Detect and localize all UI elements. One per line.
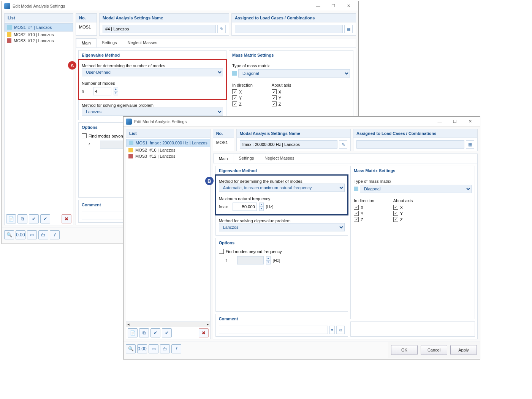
mass-type-select[interactable]: Diagonal: [360, 185, 472, 193]
method-select[interactable]: User-Defined: [82, 68, 223, 76]
list-toolbar: 📄 ⧉ ✔ ✔ ✖: [126, 327, 210, 339]
edit-name-icon[interactable]: ✎: [217, 25, 226, 33]
method-select[interactable]: Automatic, to reach maximum natural freq…: [219, 184, 345, 192]
tab-main[interactable]: Main: [76, 38, 97, 48]
tab-main[interactable]: Main: [213, 154, 234, 163]
no-panel: No. MOS1: [213, 129, 234, 151]
axis-x-checkbox[interactable]: ✓X: [272, 89, 291, 94]
no-panel: No. MOS1: [76, 13, 97, 36]
eigenvalue-title: Eigenvalue Method: [79, 51, 226, 60]
copy-icon[interactable]: ⧉: [139, 328, 149, 337]
assigned-input[interactable]: [356, 140, 464, 149]
maxfreq-input[interactable]: [233, 203, 257, 211]
dir-z-checkbox[interactable]: ✓Z: [232, 101, 253, 106]
check-all-icon[interactable]: ✔: [150, 328, 160, 337]
check-some-icon[interactable]: ✔: [162, 328, 172, 337]
list-hscroll[interactable]: ◂▸: [126, 321, 210, 327]
check-all-icon[interactable]: ✔: [29, 214, 39, 223]
axis-y-checkbox[interactable]: ✓Y: [393, 211, 413, 216]
maximize-button[interactable]: ☐: [326, 2, 341, 11]
name-input[interactable]: [103, 25, 216, 33]
checkbox-icon[interactable]: [82, 133, 87, 138]
figure-icon[interactable]: 🗀: [38, 230, 48, 239]
color-swatch: [128, 154, 133, 158]
find-modes-checkbox-row[interactable]: Find modes beyond frequency: [219, 249, 345, 254]
minimize-button[interactable]: —: [432, 117, 447, 126]
solver-select[interactable]: Lanczos: [82, 108, 223, 116]
edit-name-icon[interactable]: ✎: [339, 140, 347, 149]
modes-spinner[interactable]: ▴▾: [114, 87, 118, 95]
list-item[interactable]: MOS1fmax : 20000.000 Hz | Lanczos: [126, 139, 210, 147]
new-icon[interactable]: 📄: [6, 214, 16, 223]
maxfreq-label: Maximum natural frequency: [219, 196, 345, 201]
settings-list-panel: List MOS1#4 | Lanczos MOS2#10 | Lanczos …: [4, 13, 73, 225]
name-input[interactable]: [240, 140, 337, 149]
dir-x-checkbox[interactable]: ✓X: [354, 205, 374, 210]
axis-z-checkbox[interactable]: ✓Z: [272, 101, 291, 106]
solver-select[interactable]: Lanczos: [219, 223, 345, 231]
right-pane: No. MOS1 Modal Analysis Settings Name ✎ …: [213, 129, 478, 339]
close-button[interactable]: ✕: [462, 117, 478, 126]
list-item[interactable]: MOS2#10 | Lanczos: [5, 32, 73, 38]
direction-header: In direction: [232, 83, 253, 87]
maximize-button[interactable]: ☐: [447, 117, 462, 126]
axis-y-checkbox[interactable]: ✓Y: [272, 95, 291, 100]
tab-neglect-masses[interactable]: Neglect Masses: [122, 38, 163, 48]
titlebar: Edit Modal Analysis Settings — ☐ ✕: [2, 1, 358, 11]
info-icon[interactable]: 🔍: [4, 230, 14, 239]
check-some-icon[interactable]: ✔: [40, 214, 50, 223]
figure-icon[interactable]: 🗀: [160, 344, 170, 353]
list-item[interactable]: MOS3#12 | Lanczos: [5, 38, 73, 44]
bottom-toolbar: 🔍 0.00 ▭ 🗀 f: [124, 342, 388, 358]
comment-input[interactable]: [219, 326, 328, 334]
settings-list[interactable]: MOS1fmax : 20000.000 Hz | Lanczos MOS2#1…: [126, 138, 210, 321]
dir-z-checkbox[interactable]: ✓Z: [354, 217, 374, 222]
mass-type-select[interactable]: Diagonal: [238, 69, 350, 78]
delete-icon[interactable]: ✖: [199, 328, 209, 337]
units-icon[interactable]: 0.00: [16, 230, 25, 239]
checkbox-icon[interactable]: [219, 249, 224, 254]
assigned-picker-icon[interactable]: ▦: [344, 25, 353, 33]
ok-button[interactable]: OK: [391, 345, 418, 355]
info-icon[interactable]: 🔍: [126, 344, 136, 353]
list-item[interactable]: MOS2#10 | Lanczos: [126, 147, 210, 153]
tab-neglect-masses[interactable]: Neglect Masses: [259, 154, 299, 163]
freq-input: [237, 256, 264, 264]
units-icon[interactable]: 0.00: [137, 344, 147, 353]
minimize-button[interactable]: —: [310, 2, 326, 11]
dir-y-checkbox[interactable]: ✓Y: [232, 95, 253, 100]
delete-icon[interactable]: ✖: [62, 214, 71, 223]
badge-a: A: [68, 61, 76, 70]
modes-input[interactable]: [93, 87, 111, 95]
tab-settings[interactable]: Settings: [233, 154, 259, 163]
axis-z-checkbox[interactable]: ✓Z: [393, 217, 413, 222]
axis-x-checkbox[interactable]: ✓X: [393, 205, 413, 210]
dir-x-checkbox[interactable]: ✓X: [232, 89, 253, 94]
comment-copy-icon[interactable]: ⧉: [336, 326, 345, 334]
no-value: MOS1: [79, 25, 91, 29]
assigned-input[interactable]: [235, 25, 343, 33]
mass-type-label: Type of mass matrix: [354, 179, 472, 184]
comment-dropdown-icon[interactable]: ▾: [329, 326, 335, 334]
solver-label: Method for solving eigenvalue problem: [82, 103, 223, 108]
maxfreq-spinner[interactable]: ▴▾: [259, 203, 264, 211]
titlebar: Edit Modal Analysis Settings — ☐ ✕: [124, 117, 480, 127]
assigned-picker-icon[interactable]: ▦: [466, 140, 474, 149]
assigned-header: Assigned to Load Cases / Combinations: [232, 14, 356, 22]
apply-button[interactable]: Apply: [450, 345, 477, 355]
copy-icon[interactable]: ⧉: [17, 214, 27, 223]
list-item[interactable]: MOS1#4 | Lanczos: [5, 23, 73, 32]
display-icon[interactable]: ▭: [27, 230, 37, 239]
dir-y-checkbox[interactable]: ✓Y: [354, 211, 374, 216]
list-item[interactable]: MOS3#12 | Lanczos: [126, 153, 210, 159]
list-header: List: [126, 129, 210, 138]
cancel-button[interactable]: Cancel: [421, 345, 447, 355]
dialog-buttons: OK Cancel Apply: [388, 342, 480, 358]
new-icon[interactable]: 📄: [128, 328, 138, 337]
display-icon[interactable]: ▭: [149, 344, 158, 353]
settings-list[interactable]: MOS1#4 | Lanczos MOS2#10 | Lanczos MOS3#…: [5, 22, 73, 213]
function-icon[interactable]: f: [171, 344, 181, 353]
close-button[interactable]: ✕: [341, 2, 356, 11]
function-icon[interactable]: f: [50, 230, 60, 239]
tab-settings[interactable]: Settings: [97, 38, 122, 48]
